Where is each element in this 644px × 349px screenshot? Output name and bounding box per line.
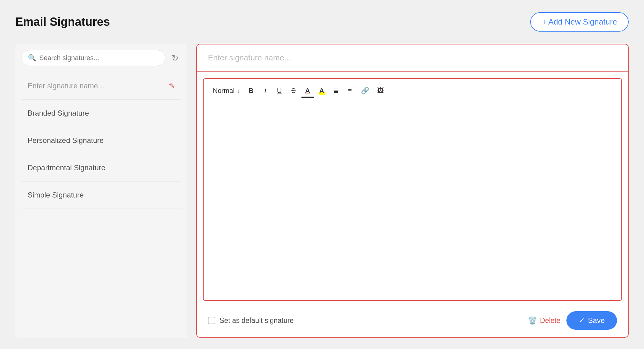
font-color-button[interactable]: A bbox=[301, 84, 314, 97]
strikethrough-button[interactable]: S bbox=[287, 84, 300, 97]
refresh-button[interactable]: ↻ bbox=[169, 51, 181, 66]
trash-icon: 🗑️ bbox=[528, 316, 537, 325]
add-new-signature-button[interactable]: + Add New Signature bbox=[530, 12, 629, 32]
editor-panel: Normal ↕ B I U bbox=[196, 44, 629, 338]
signature-name-input[interactable] bbox=[197, 44, 628, 71]
signature-list: Enter signature name... ✎ Branded Signat… bbox=[21, 72, 181, 209]
highlight-button[interactable]: A bbox=[316, 84, 328, 97]
underline-icon: U bbox=[277, 87, 282, 95]
signature-name: Simple Signature bbox=[28, 191, 84, 199]
save-button[interactable]: ✓ Save bbox=[566, 311, 617, 330]
list-item[interactable]: Simple Signature bbox=[21, 182, 181, 209]
unordered-list-button[interactable]: ≡ bbox=[344, 84, 356, 97]
link-icon: 🔗 bbox=[361, 87, 369, 95]
signature-name: Personalized Signature bbox=[28, 136, 104, 145]
signature-name-section bbox=[197, 44, 628, 72]
default-signature-text: Set as default signature bbox=[220, 316, 294, 325]
ordered-list-icon: ≣ bbox=[333, 87, 339, 95]
strikethrough-icon: S bbox=[291, 87, 296, 95]
list-item[interactable]: Branded Signature bbox=[21, 100, 181, 127]
bold-icon: B bbox=[249, 87, 254, 95]
format-label: Normal bbox=[213, 87, 235, 95]
delete-label: Delete bbox=[540, 316, 560, 325]
default-signature-checkbox[interactable] bbox=[208, 317, 215, 324]
page-title: Email Signatures bbox=[15, 15, 110, 29]
sidebar: 🔍 ↻ Enter signature name... ✎ Branded Si… bbox=[15, 44, 187, 338]
signature-name: Branded Signature bbox=[28, 109, 89, 117]
delete-button[interactable]: 🗑️ Delete bbox=[528, 316, 560, 325]
checkmark-icon: ✓ bbox=[579, 316, 585, 325]
chevron-updown-icon: ↕ bbox=[237, 87, 240, 94]
format-select[interactable]: Normal ↕ bbox=[210, 85, 243, 97]
search-bar: 🔍 ↻ bbox=[21, 50, 181, 66]
footer-actions: 🗑️ Delete ✓ Save bbox=[528, 311, 617, 330]
search-input-wrapper: 🔍 bbox=[21, 50, 165, 66]
signature-name: Departmental Signature bbox=[28, 163, 105, 172]
search-icon: 🔍 bbox=[28, 54, 36, 62]
editor-footer: Set as default signature 🗑️ Delete ✓ Sav… bbox=[197, 304, 628, 337]
save-label: Save bbox=[588, 316, 605, 325]
underline-button[interactable]: U bbox=[273, 84, 286, 97]
ordered-list-button[interactable]: ≣ bbox=[330, 84, 342, 97]
image-button[interactable]: 🖼 bbox=[374, 84, 387, 97]
default-signature-label[interactable]: Set as default signature bbox=[208, 316, 294, 325]
editor-content[interactable] bbox=[204, 103, 621, 300]
italic-icon: I bbox=[264, 87, 266, 95]
italic-button[interactable]: I bbox=[259, 84, 271, 97]
list-item[interactable]: Departmental Signature bbox=[21, 154, 181, 182]
edit-icon[interactable]: ✎ bbox=[169, 82, 175, 90]
search-input[interactable] bbox=[39, 54, 159, 62]
list-item[interactable]: Personalized Signature bbox=[21, 127, 181, 154]
unordered-list-icon: ≡ bbox=[348, 87, 352, 95]
signature-name-placeholder: Enter signature name... bbox=[28, 82, 104, 90]
list-item[interactable]: Enter signature name... ✎ bbox=[21, 72, 181, 100]
font-color-icon: A bbox=[305, 87, 310, 95]
rich-text-editor: Normal ↕ B I U bbox=[203, 78, 622, 301]
image-icon: 🖼 bbox=[377, 87, 384, 95]
bold-button[interactable]: B bbox=[245, 84, 257, 97]
editor-toolbar: Normal ↕ B I U bbox=[204, 79, 621, 103]
link-button[interactable]: 🔗 bbox=[358, 84, 372, 97]
highlight-icon: A bbox=[319, 87, 325, 95]
